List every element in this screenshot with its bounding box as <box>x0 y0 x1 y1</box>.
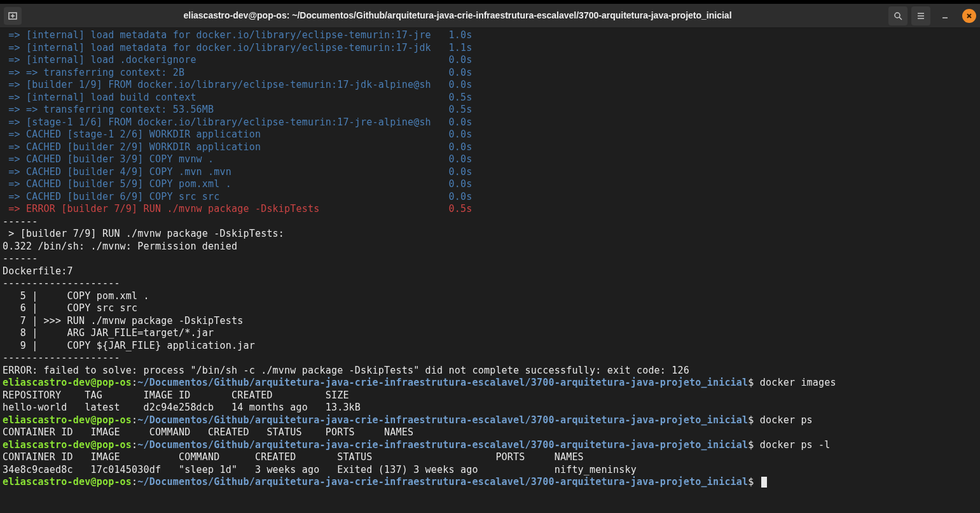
build-time: 0.0s <box>449 178 473 190</box>
ps-header: CONTAINER ID IMAGE COMMAND CREATED STATU… <box>3 426 413 438</box>
prompt-user: eliascastro-dev@pop-os <box>3 439 132 451</box>
dockerfile-line: 9 | COPY ${JAR_FILE} application.jar <box>3 340 255 351</box>
minimize-icon <box>941 11 949 20</box>
build-time: 1.1s <box>449 42 473 53</box>
build-step: => => transferring context: 53.56MB <box>8 104 437 115</box>
images-header: REPOSITORY TAG IMAGE ID CREATED SIZE <box>3 390 349 401</box>
build-step: => [internal] load build context <box>8 92 437 103</box>
menu-button[interactable] <box>911 6 930 25</box>
command-text: docker ps <box>754 414 813 426</box>
new-tab-icon <box>8 11 18 21</box>
build-time: 0.0s <box>449 191 473 202</box>
build-step: => CACHED [builder 5/9] COPY pom.xml . <box>8 178 437 190</box>
build-time: 0.0s <box>449 79 473 90</box>
build-step: => [builder 1/9] FROM docker.io/library/… <box>8 79 437 90</box>
command-text: docker ps -l <box>754 439 831 451</box>
build-time: 0.0s <box>449 153 473 165</box>
images-row: hello-world latest d2c94e258dcb 14 month… <box>3 402 361 413</box>
window-title: eliascastro-dev@pop-os: ~/Documentos/Git… <box>27 10 888 21</box>
build-time: 0.0s <box>449 67 473 78</box>
build-step: => => transferring context: 2B <box>8 67 437 78</box>
separator: ------ <box>3 253 38 264</box>
hamburger-icon <box>916 11 926 21</box>
svg-point-3 <box>895 13 900 18</box>
dockerfile-ref: Dockerfile:7 <box>3 265 73 277</box>
command-text: docker images <box>754 377 836 388</box>
build-step: => [internal] load metadata for docker.i… <box>8 42 437 53</box>
prompt-path: ~/Documentos/Github/arquitetura-java-cri… <box>137 439 748 451</box>
search-icon <box>893 11 903 21</box>
error-final: ERROR: failed to solve: process "/bin/sh… <box>3 365 689 376</box>
dockerfile-line: 7 | >>> RUN ./mvnw package -DskipTests <box>3 315 243 327</box>
build-time: 0.0s <box>449 116 473 128</box>
error-permission: 0.322 /bin/sh: ./mvnw: Permission denied <box>3 241 237 252</box>
prompt-dollar: $ <box>748 377 754 388</box>
build-time: 0.5s <box>449 92 473 103</box>
dockerfile-line: 6 | COPY src src <box>3 302 137 314</box>
build-step: => CACHED [builder 2/9] WORKDIR applicat… <box>8 141 437 153</box>
build-time: 1.0s <box>449 29 473 41</box>
build-step: => [stage-1 1/6] FROM docker.io/library/… <box>8 116 437 128</box>
build-time: 0.0s <box>449 166 473 178</box>
build-step: => CACHED [builder 4/9] COPY .mvn .mvn <box>8 166 437 178</box>
close-icon <box>966 13 972 19</box>
dockerfile-line: 5 | COPY pom.xml . <box>3 290 149 302</box>
minimize-button[interactable] <box>937 8 953 24</box>
build-time: 0.5s <box>449 104 473 115</box>
prompt-user: eliascastro-dev@pop-os <box>3 377 132 388</box>
build-step: => CACHED [builder 6/9] COPY src src <box>8 191 437 202</box>
prompt-user: eliascastro-dev@pop-os <box>3 476 132 488</box>
build-step: => CACHED [stage-1 2/6] WORKDIR applicat… <box>8 129 437 140</box>
separator: ------ <box>3 216 38 227</box>
prompt-dollar: $ <box>748 414 754 426</box>
title-bar-right <box>888 6 976 25</box>
prompt-user: eliascastro-dev@pop-os <box>3 414 132 426</box>
build-time: 0.0s <box>449 54 473 66</box>
prompt-path: ~/Documentos/Github/arquitetura-java-cri… <box>137 377 748 388</box>
command-text <box>754 476 760 488</box>
svg-line-4 <box>899 17 902 20</box>
error-header: > [builder 7/9] RUN ./mvnw package -Dski… <box>3 228 284 239</box>
close-button[interactable] <box>962 9 976 23</box>
build-step: => [internal] load .dockerignore <box>8 54 437 66</box>
psl-header: CONTAINER ID IMAGE COMMAND CREATED STATU… <box>3 451 584 463</box>
prompt-path: ~/Documentos/Github/arquitetura-java-cri… <box>137 414 748 426</box>
build-step: => CACHED [builder 3/9] COPY mvnw . <box>8 153 437 165</box>
psl-row: 34e8c9caed8c 17c0145030df "sleep 1d" 3 w… <box>3 464 637 475</box>
prompt-path: ~/Documentos/Github/arquitetura-java-cri… <box>137 476 748 488</box>
new-tab-button[interactable] <box>4 7 22 25</box>
dashes: -------------------- <box>3 278 120 289</box>
prompt-dollar: $ <box>748 439 754 451</box>
cursor <box>761 477 767 488</box>
build-time: 0.0s <box>449 141 473 153</box>
build-step: => ERROR [builder 7/9] RUN ./mvnw packag… <box>8 203 437 214</box>
build-time: 0.0s <box>449 129 473 140</box>
window-title-bar: eliascastro-dev@pop-os: ~/Documentos/Git… <box>0 4 980 28</box>
build-time: 0.5s <box>449 203 473 214</box>
terminal-output[interactable]: => [internal] load metadata for docker.i… <box>0 28 980 490</box>
dashes: -------------------- <box>3 352 120 363</box>
prompt-dollar: $ <box>748 476 754 488</box>
build-step: => [internal] load metadata for docker.i… <box>8 29 437 41</box>
dockerfile-line: 8 | ARG JAR_FILE=target/*.jar <box>3 327 214 339</box>
search-button[interactable] <box>888 6 908 25</box>
